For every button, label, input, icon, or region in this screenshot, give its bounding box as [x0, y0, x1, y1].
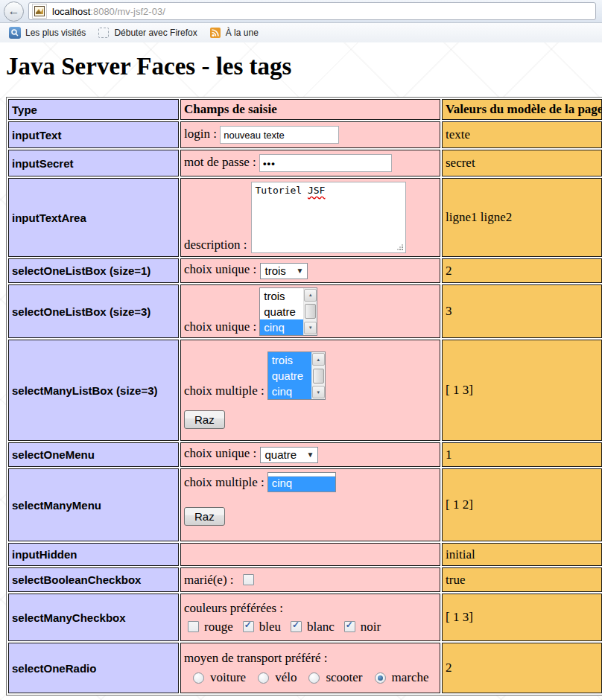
bookmark-getting-started[interactable]: Débuter avec Firefox	[93, 25, 201, 40]
radio-voiture[interactable]	[193, 672, 204, 684]
table-row: selectOneRadio moyen de transport préfér…	[8, 643, 602, 693]
header-valeurs: Valeurs du modèle de la page	[442, 99, 602, 120]
scroll-up-icon[interactable]: ▲	[304, 289, 317, 302]
choix-unique-listbox[interactable]: trois quatre cinq ▲ ▼	[259, 287, 317, 336]
model-value: secret	[442, 150, 602, 176]
site-favicon	[32, 4, 47, 19]
choix-multiple-listbox[interactable]: trois quatre cinq ▲ ▼	[267, 351, 326, 400]
back-icon: ←	[8, 4, 20, 17]
model-value: initial	[442, 543, 602, 566]
row-type: selectManyCheckbox	[8, 594, 179, 641]
bookmark-latest-headlines[interactable]: À la une	[205, 25, 263, 40]
model-value: texte	[442, 121, 602, 148]
url-bar[interactable]: localhost:8080/mv-jsf2-03/	[28, 2, 596, 20]
table-row: inputTextArea description : Tutoriel JSF…	[8, 178, 602, 257]
checkbox-rouge[interactable]	[188, 621, 199, 632]
choix-unique-menu[interactable]: quatre ▼	[260, 447, 318, 463]
dropdown-arrow-icon: ▼	[307, 451, 314, 459]
field-label: marié(e) :	[184, 573, 234, 587]
scroll-thumb[interactable]	[305, 304, 316, 319]
table-row: inputHidden initial	[8, 543, 602, 566]
selected-option: trois	[265, 264, 286, 277]
resize-grip-icon[interactable]	[397, 244, 403, 250]
checkbox-noir[interactable]	[344, 621, 355, 632]
radio-label: voiture	[210, 670, 246, 685]
header-champs: Champs de saisie	[180, 99, 440, 120]
row-type: inputText	[8, 121, 179, 148]
checkbox-label: blanc	[307, 620, 335, 634]
bookmark-label: À la une	[226, 28, 259, 38]
row-type: selectOneListBox (size=1)	[8, 258, 179, 283]
checkbox-label: bleu	[259, 620, 281, 634]
marie-checkbox[interactable]	[243, 574, 254, 585]
row-type: selectOneRadio	[8, 643, 179, 693]
scroll-thumb[interactable]	[313, 369, 324, 384]
checkbox-blanc[interactable]	[291, 621, 302, 632]
field-label: choix unique :	[184, 446, 256, 460]
table-row: selectOneListBox (size=1) choix unique :…	[8, 258, 602, 283]
field-label: login :	[184, 127, 217, 141]
table-row: inputText login : texte	[8, 121, 602, 148]
row-type: selectOneMenu	[8, 442, 179, 467]
choix-unique-select[interactable]: trois ▼	[260, 263, 308, 279]
checkbox-label: rouge	[204, 620, 233, 634]
option[interactable]: quatre	[260, 304, 303, 319]
option-selected[interactable]: cinq	[268, 384, 311, 399]
raz-button[interactable]: Raz	[184, 507, 225, 526]
row-type: selectBooleanCheckbox	[8, 567, 179, 592]
option-selected[interactable]: trois	[268, 352, 311, 368]
model-value: ligne1 ligne2	[442, 178, 602, 257]
field-label: mot de passe :	[184, 155, 256, 169]
dropdown-arrow-icon: ▼	[297, 267, 304, 275]
model-value: true	[442, 567, 602, 592]
table-row: inputSecret mot de passe : secret	[8, 150, 602, 176]
scroll-down-icon[interactable]: ▼	[304, 322, 317, 334]
model-value: 3	[442, 284, 602, 338]
table-row: selectManyMenu choix multiple : cinq Raz…	[8, 468, 602, 541]
field-label: choix multiple :	[184, 475, 264, 490]
option-selected[interactable]: quatre	[268, 368, 311, 384]
radio-label: scooter	[326, 670, 362, 685]
scroll-down-icon[interactable]: ▼	[312, 386, 325, 398]
checkbox-label: noir	[361, 620, 381, 634]
radio-label: vélo	[275, 670, 297, 685]
row-type: inputTextArea	[8, 178, 179, 257]
row-type: selectManyMenu	[8, 468, 179, 541]
radio-marche[interactable]	[375, 672, 386, 684]
field-label: moyen de transport préféré :	[184, 651, 328, 666]
back-button[interactable]: ←	[4, 1, 24, 22]
password-input[interactable]	[259, 154, 392, 172]
row-type: inputHidden	[8, 543, 179, 566]
listbox-scrollbar[interactable]: ▲ ▼	[311, 352, 325, 399]
address-url[interactable]: localhost:8080/mv-jsf2-03/	[52, 6, 165, 17]
field-label: choix multiple :	[184, 384, 264, 400]
raz-button[interactable]: Raz	[184, 410, 225, 429]
table-row: selectOneMenu choix unique : quatre ▼ 1	[8, 442, 602, 467]
page-title: Java Server Faces - les tags	[6, 53, 602, 80]
field-label: choix unique :	[184, 319, 256, 336]
bookmark-label: Les plus visités	[25, 28, 86, 38]
checkbox-bleu[interactable]	[243, 621, 254, 632]
option-selected[interactable]: cinq	[268, 477, 335, 491]
field-label: choix unique :	[184, 262, 256, 276]
radio-scooter[interactable]	[308, 672, 320, 684]
field-label: description :	[184, 238, 247, 253]
field-label: couleurs préférées :	[184, 601, 283, 616]
option-selected[interactable]: cinq	[260, 319, 303, 335]
option[interactable]: trois	[260, 288, 303, 304]
bookmark-most-visited[interactable]: Les plus visités	[4, 25, 90, 40]
choix-multiple-menu[interactable]: cinq	[267, 472, 336, 492]
radio-velo[interactable]	[258, 672, 269, 684]
login-input[interactable]	[220, 126, 339, 144]
textarea-text: Tutoriel	[256, 185, 308, 196]
bookmarks-bar: Les plus visités Débuter avec Firefox À …	[0, 23, 602, 43]
row-type: inputSecret	[8, 150, 179, 176]
model-value: 1	[442, 442, 602, 467]
empty-folder-icon	[98, 27, 110, 39]
model-value: [ 1 3]	[442, 594, 602, 641]
listbox-scrollbar[interactable]: ▲ ▼	[303, 288, 317, 335]
scroll-up-icon[interactable]: ▲	[312, 353, 325, 366]
table-row: selectManyCheckbox couleurs préférées : …	[8, 594, 602, 641]
page-content: Java Server Faces - les tags Type Champs…	[0, 42, 602, 700]
description-textarea[interactable]: Tutoriel JSF	[251, 182, 406, 253]
